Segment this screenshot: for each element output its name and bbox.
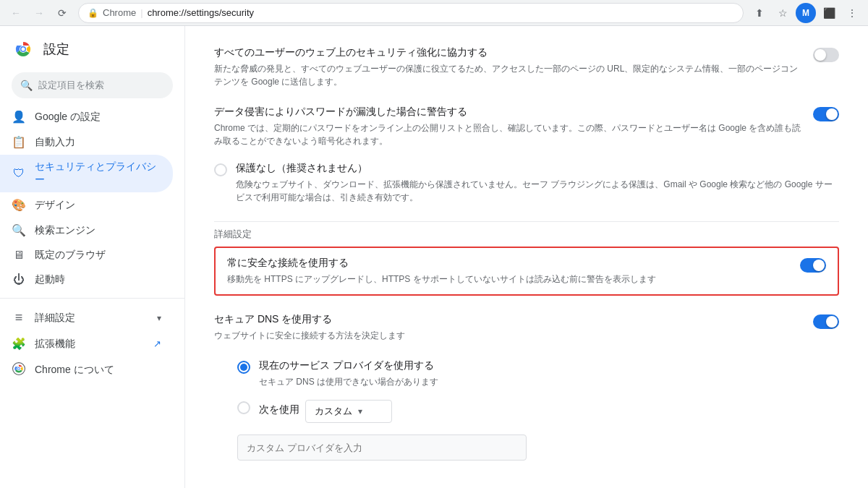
sidebar-item-security[interactable]: 🛡 セキュリティとプライバシー	[0, 155, 173, 192]
search-bar[interactable]: 🔍 設定項目を検索	[12, 72, 173, 98]
lock-icon: 🔒	[88, 8, 98, 18]
sidebar-item-google-label: Google の設定	[35, 111, 161, 124]
profile-avatar[interactable]: M	[796, 3, 816, 23]
dns-radio-custom: 次を使用 カスタム ▾	[237, 394, 839, 429]
svg-point-7	[18, 368, 20, 369]
setting-item-secure-dns-desc: ウェブサイトに安全に接続する方法を決定します	[214, 329, 801, 342]
setting-item-https: 常に安全な接続を使用する 移動先を HTTPS にアップグレードし、HTTPS …	[227, 257, 826, 286]
reload-button[interactable]: ⟳	[52, 3, 72, 23]
extension-button[interactable]: ⬛	[819, 3, 839, 23]
setting-item-help-improve-title: すべてのユーザーのウェブ上のセキュリティ強化に協力する	[214, 46, 801, 59]
browser-nav-icon: 🖥	[12, 249, 26, 262]
share-button[interactable]: ⬆	[749, 3, 770, 23]
dns-custom-dropdown-label: カスタム	[315, 405, 352, 418]
svg-point-3	[22, 48, 25, 51]
security-nav-icon: 🛡	[12, 167, 26, 180]
custom-provider-input[interactable]	[237, 435, 527, 461]
sidebar-item-extensions[interactable]: 🧩 拡張機能 ↗	[0, 331, 173, 356]
sidebar-item-advanced-label: 詳細設定	[35, 312, 148, 325]
dropdown-arrow-icon: ▾	[358, 406, 362, 416]
sidebar-item-about-label: Chrome について	[35, 364, 161, 377]
sidebar-item-autofill[interactable]: 📋 自動入力	[0, 129, 173, 155]
toggle-secure-dns[interactable]	[813, 314, 839, 329]
sidebar-item-startup-label: 起動時	[35, 273, 161, 286]
browser-actions: ⬆ ☆ M ⬛ ⋮	[749, 3, 862, 23]
address-url: chrome://settings/security	[148, 7, 254, 18]
content-area: すべてのユーザーのウェブ上のセキュリティ強化に協力する 新たな脅威の発見と、すべ…	[185, 26, 868, 488]
advanced-arrow-icon: ▾	[157, 313, 161, 323]
highlighted-https-box: 常に安全な接続を使用する 移動先を HTTPS にアップグレードし、HTTPS …	[214, 247, 839, 296]
app-container: 設定 🔍 設定項目を検索 👤 Google の設定 📋 自動入力 🛡 セキュリテ…	[0, 26, 868, 488]
extensions-nav-icon: 🧩	[12, 337, 26, 351]
dns-custom-row: 次を使用 カスタム ▾	[259, 400, 392, 423]
cert-section: 証明書の管理 HTTPS / SSL の証明書と設定を管理します ↗	[214, 469, 839, 488]
setting-item-secure-dns: セキュア DNS を使用する ウェブサイトに安全に接続する方法を決定します	[214, 310, 839, 348]
search-icon: 🔍	[20, 80, 33, 91]
advanced-nav-icon: ≡	[12, 310, 26, 325]
setting-item-https-title: 常に安全な接続を使用する	[227, 257, 788, 270]
radio-current-provider[interactable]	[237, 361, 250, 374]
setting-item-secure-dns-title: セキュア DNS を使用する	[214, 313, 801, 326]
setting-item-secure-dns-content: セキュア DNS を使用する ウェブサイトに安全に接続する方法を決定します	[214, 313, 801, 342]
setting-item-password-breach-content: データ侵害によりパスワードが漏洩した場合に警告する Chrome では、定期的に…	[214, 106, 801, 147]
dns-radio-current-label: 現在のサービス プロバイダを使用する	[259, 359, 438, 372]
sidebar-item-browser-label: 既定のブラウザ	[35, 249, 161, 262]
setting-item-password-breach-desc: Chrome では、定期的にパスワードをオンライン上の公開リストと照合し、確認し…	[214, 121, 801, 147]
sidebar-item-design[interactable]: 🎨 デザイン	[0, 192, 173, 218]
setting-item-no-protection-content: 保護なし（推奨されません） 危険なウェブサイト、ダウンロード、拡張機能から保護さ…	[236, 162, 839, 204]
toggle-help-improve[interactable]	[813, 48, 839, 62]
sidebar-logo: 設定	[0, 32, 184, 72]
design-nav-icon: 🎨	[12, 198, 26, 212]
chrome-logo-icon	[12, 38, 35, 61]
sidebar-item-autofill-label: 自動入力	[35, 136, 161, 149]
dns-radio-current-sublabel: セキュア DNS は使用できない場合があります	[259, 375, 438, 388]
dns-radio-current-content: 現在のサービス プロバイダを使用する セキュア DNS は使用できない場合があり…	[259, 359, 438, 388]
startup-nav-icon: ⏻	[12, 273, 26, 286]
sidebar-item-advanced[interactable]: ≡ 詳細設定 ▾	[0, 304, 173, 331]
browser-bar: ← → ⟳ 🔒 Chrome | chrome://settings/secur…	[0, 0, 868, 26]
nav-divider	[0, 298, 184, 299]
about-nav-icon	[12, 362, 26, 378]
radio-custom-provider[interactable]	[237, 401, 250, 414]
back-button[interactable]: ←	[6, 3, 26, 23]
sidebar-item-about[interactable]: Chrome について	[0, 356, 173, 384]
address-separator: |	[140, 7, 142, 18]
radio-no-protection[interactable]	[214, 163, 227, 176]
forward-button[interactable]: →	[29, 3, 49, 23]
address-bar[interactable]: 🔒 Chrome | chrome://settings/security	[78, 3, 744, 23]
toggle-https[interactable]	[800, 258, 826, 273]
setting-item-https-desc: 移動先を HTTPS にアップグレードし、HTTPS をサポートしていないサイト…	[227, 273, 788, 286]
sidebar-item-startup[interactable]: ⏻ 起動時	[0, 267, 173, 292]
sidebar-item-extensions-label: 拡張機能	[35, 338, 145, 351]
google-nav-icon: 👤	[12, 110, 26, 124]
sidebar: 設定 🔍 設定項目を検索 👤 Google の設定 📋 自動入力 🛡 セキュリテ…	[0, 26, 185, 488]
dns-custom-prefix: 次を使用	[259, 403, 299, 416]
extensions-external-icon: ↗	[153, 338, 161, 349]
sidebar-item-search[interactable]: 🔍 検索エンジン	[0, 218, 173, 243]
dns-section: セキュア DNS を使用する ウェブサイトに安全に接続する方法を決定します 現在…	[214, 301, 839, 469]
setting-item-password-breach: データ侵害によりパスワードが漏洩した場合に警告する Chrome では、定期的に…	[214, 97, 839, 156]
bookmark-button[interactable]: ☆	[773, 3, 793, 23]
dns-radio-current: 現在のサービス プロバイダを使用する セキュア DNS は使用できない場合があり…	[237, 354, 839, 394]
sidebar-item-security-label: セキュリティとプライバシー	[35, 160, 161, 187]
setting-item-no-protection: 保護なし（推奨されません） 危険なウェブサイト、ダウンロード、拡張機能から保護さ…	[214, 156, 839, 210]
advanced-section-heading: 詳細設定	[214, 228, 839, 241]
search-nav-icon: 🔍	[12, 223, 26, 237]
setting-item-https-content: 常に安全な接続を使用する 移動先を HTTPS にアップグレードし、HTTPS …	[227, 257, 788, 286]
menu-button[interactable]: ⋮	[842, 3, 862, 23]
sidebar-item-google[interactable]: 👤 Google の設定	[0, 104, 173, 129]
setting-item-help-improve: すべてのユーザーのウェブ上のセキュリティ強化に協力する 新たな脅威の発見と、すべ…	[214, 38, 839, 97]
setting-item-password-breach-title: データ侵害によりパスワードが漏洩した場合に警告する	[214, 106, 801, 119]
cert-item: 証明書の管理 HTTPS / SSL の証明書と設定を管理します ↗	[214, 481, 839, 488]
sidebar-item-design-label: デザイン	[35, 199, 161, 212]
sidebar-title: 設定	[43, 40, 69, 58]
nav-buttons: ← → ⟳	[6, 3, 72, 23]
search-placeholder: 設定項目を検索	[38, 79, 104, 92]
dns-custom-dropdown[interactable]: カスタム ▾	[305, 400, 392, 423]
setting-item-no-protection-title: 保護なし（推奨されません）	[236, 162, 839, 175]
setting-item-no-protection-desc: 危険なウェブサイト、ダウンロード、拡張機能から保護されていません。セーフ ブラウ…	[236, 178, 839, 204]
dns-radio-custom-content: 次を使用 カスタム ▾	[259, 400, 392, 423]
address-chrome-label: Chrome	[103, 7, 136, 18]
toggle-password-breach[interactable]	[813, 107, 839, 121]
sidebar-item-browser[interactable]: 🖥 既定のブラウザ	[0, 243, 173, 267]
